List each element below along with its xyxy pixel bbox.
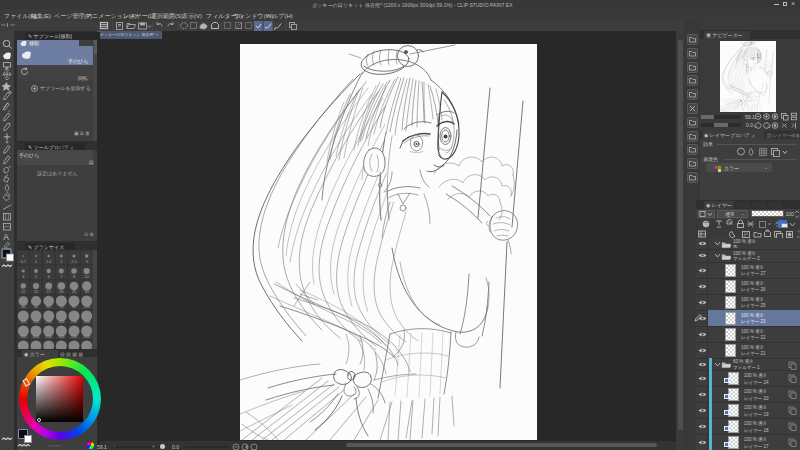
svg-text:5: 5: [35, 275, 37, 279]
svg-text:0.7: 0.7: [21, 260, 26, 264]
svg-text:40: 40: [21, 305, 25, 309]
svg-text:250: 250: [71, 320, 77, 324]
svg-text:25: 25: [72, 290, 76, 294]
svg-text:50: 50: [34, 305, 38, 309]
svg-text:70: 70: [59, 305, 63, 309]
svg-text:12: 12: [21, 290, 25, 294]
svg-text:200: 200: [58, 320, 64, 324]
svg-text:1: 1: [35, 260, 37, 264]
svg-text:600: 600: [84, 335, 90, 339]
svg-text:8: 8: [73, 275, 75, 279]
svg-text:17: 17: [47, 290, 51, 294]
svg-text:350: 350: [20, 335, 26, 339]
svg-text:30: 30: [85, 290, 89, 294]
svg-text:400: 400: [33, 335, 39, 339]
svg-text:120: 120: [20, 320, 26, 324]
svg-text:100: 100: [84, 305, 90, 309]
svg-text:450: 450: [46, 335, 52, 339]
svg-text:10: 10: [85, 275, 89, 279]
svg-text:7: 7: [60, 275, 62, 279]
svg-text:60: 60: [47, 305, 51, 309]
svg-text:4: 4: [22, 275, 24, 279]
svg-text:15: 15: [34, 290, 38, 294]
svg-text:2.5: 2.5: [71, 260, 76, 264]
svg-text:2: 2: [60, 260, 62, 264]
svg-text:550: 550: [71, 335, 77, 339]
svg-text:500: 500: [58, 335, 64, 339]
svg-text:150: 150: [33, 320, 39, 324]
svg-text:3: 3: [86, 260, 88, 264]
svg-text:1.5: 1.5: [46, 260, 51, 264]
svg-text:180: 180: [46, 320, 52, 324]
svg-text:300: 300: [84, 320, 90, 324]
svg-text:20: 20: [59, 290, 63, 294]
svg-text:A: A: [3, 232, 9, 242]
svg-text:80: 80: [72, 305, 76, 309]
svg-text:6: 6: [48, 275, 50, 279]
